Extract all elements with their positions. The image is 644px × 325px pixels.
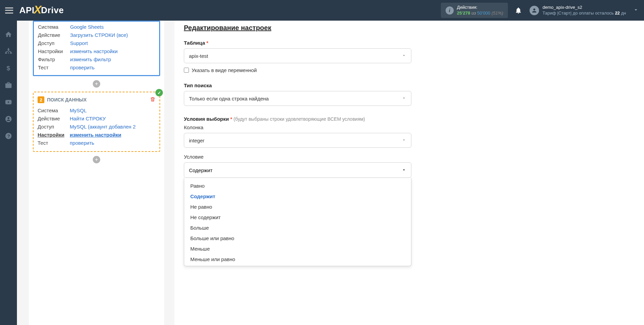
menu-toggle[interactable] <box>5 7 13 14</box>
info-icon: i <box>446 6 454 15</box>
notifications-icon[interactable] <box>515 7 522 14</box>
actions-label: Действия: <box>457 5 503 10</box>
avatar-icon[interactable] <box>530 6 539 15</box>
logo[interactable]: APIXDrive <box>19 4 64 17</box>
user-menu[interactable]: demo_apix-drive_s2 Тариф |Старт| до опла… <box>542 5 626 16</box>
actions-counter[interactable]: i Действия: 25'278 из 50'000 (51%) <box>441 3 508 18</box>
chevron-down-icon[interactable] <box>633 7 639 14</box>
